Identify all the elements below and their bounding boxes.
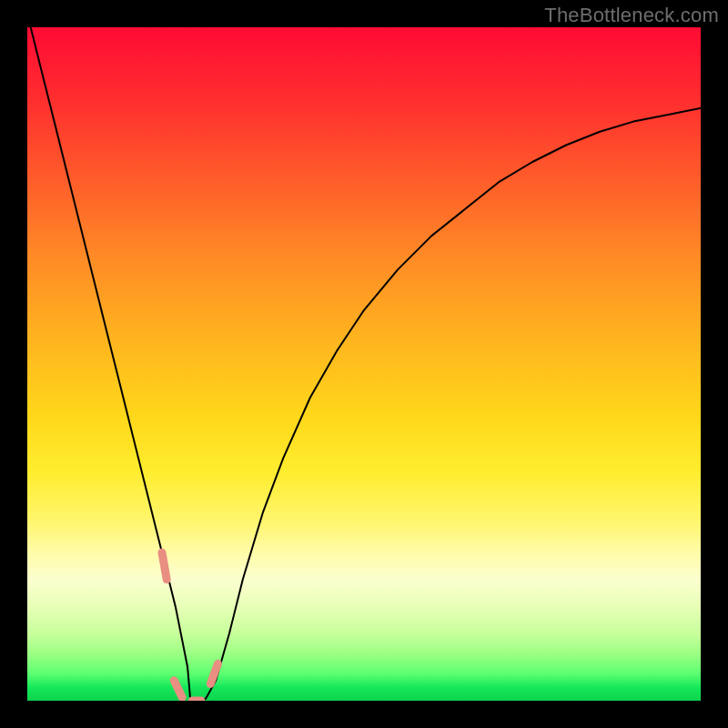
curve-svg — [27, 27, 701, 701]
curve-marker — [162, 552, 167, 580]
plot-area — [27, 27, 701, 701]
bottleneck-curve — [27, 27, 701, 701]
curve-marker — [174, 681, 182, 698]
curve-marker — [210, 663, 217, 683]
markers-group — [162, 552, 217, 701]
watermark-label: TheBottleneck.com — [544, 4, 719, 27]
chart-root: TheBottleneck.com — [0, 0, 728, 728]
